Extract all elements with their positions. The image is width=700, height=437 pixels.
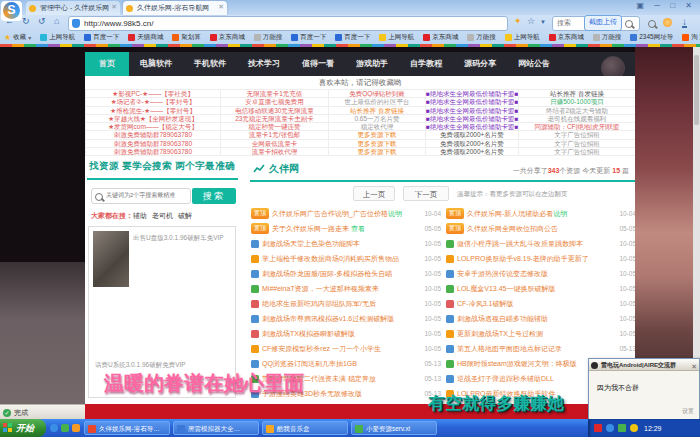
- address-bar[interactable]: http://www.98k5.cn/: [68, 16, 508, 31]
- window-controls[interactable]: ▣ ─ □ ✕: [637, 1, 696, 10]
- ad-link[interactable]: ★穿越火线★【全网秒发速现】: [86, 115, 221, 123]
- list-item[interactable]: LOLPRO换肤助手v8.19-老牌的助手更新了10-05: [446, 251, 635, 266]
- bookmark-item[interactable]: 上网导航: [40, 33, 75, 42]
- ad-link[interactable]: 免费领取2000+名片赞: [426, 140, 519, 148]
- prev-page-button[interactable]: 上一页: [353, 186, 395, 201]
- ad-link[interactable]: ■绝地求生全网最低价辅助卡盟■: [426, 115, 519, 123]
- ad-link[interactable]: 文字广告位招租: [519, 131, 635, 139]
- ad-link[interactable]: 终结者2稳定大号辅助: [519, 107, 635, 115]
- item-tail-link[interactable]: 说明: [388, 210, 402, 217]
- list-item[interactable]: 掌上端枪手修改数据商场0消耗购买所售物品10-05: [251, 251, 441, 266]
- nav-item-0[interactable]: 首页: [85, 52, 129, 76]
- favorites-menu[interactable]: ★ 收藏 ▾: [4, 33, 31, 42]
- hot-link[interactable]: 老司机: [152, 212, 173, 219]
- ad-link[interactable]: 文字广告位招租: [519, 148, 635, 156]
- popup-close-icon[interactable]: ✕: [691, 361, 697, 371]
- nav-item-5[interactable]: 游戏助手: [345, 52, 399, 76]
- tray-security-icon[interactable]: [618, 424, 626, 432]
- nav-item-8[interactable]: 网站公告: [507, 52, 561, 76]
- tab-close-icon[interactable]: ✕: [111, 3, 117, 11]
- ad-link[interactable]: 流量卡招收代理: [221, 148, 329, 156]
- list-item[interactable]: 置顶关于久伴娱乐网一路走来 查看05-05: [251, 221, 441, 236]
- history-icon[interactable]: ↺: [38, 16, 46, 26]
- list-item[interactable]: 安卓手游热浪传说变态修改版10-05: [446, 266, 635, 281]
- taskbar-window-button[interactable]: 小爱资源serv.xi: [351, 421, 437, 435]
- quick-launch-icon-1[interactable]: [50, 424, 58, 432]
- list-item[interactable]: Mi##einaT资源，一大波那种视频素来10-05: [251, 281, 441, 296]
- start-button[interactable]: 开始: [0, 419, 46, 437]
- favorite-star-icon[interactable]: ☆: [527, 16, 535, 26]
- taskbar-window-button[interactable]: 酷我音乐盒: [262, 421, 348, 435]
- site-search-input[interactable]: [104, 191, 190, 199]
- item-tail-link[interactable]: 说明: [553, 210, 567, 217]
- ad-link[interactable]: 世上最低价的社区平台: [329, 98, 426, 106]
- list-item[interactable]: 第五人格地图平面图地点标记记录05-13: [446, 341, 635, 356]
- list-item[interactable]: CF-冷风3.1破解版10-05: [446, 296, 635, 311]
- ad-link[interactable]: 23元稳定无限流量卡主副卡: [221, 115, 329, 123]
- chevron-down-icon[interactable]: ▼: [540, 19, 546, 25]
- page-scrollbar[interactable]: [693, 47, 700, 404]
- bookmark-item[interactable]: 百度一下: [291, 33, 326, 42]
- list-item[interactable]: 置顶久伴娱乐网全网收位招商公告05-05: [446, 221, 635, 236]
- bookmark-item[interactable]: 京东商城: [423, 33, 458, 42]
- list-item[interactable]: QQ浏览器订阅送刷几率抽1GB05-13: [251, 356, 441, 371]
- next-page-button[interactable]: 下一页: [403, 186, 449, 201]
- ad-link[interactable]: 更多资源下载: [329, 148, 426, 156]
- hot-link[interactable]: 破解: [178, 212, 192, 219]
- nav-item-4[interactable]: 值得一看: [291, 52, 345, 76]
- ad-link[interactable]: 免费QQ绿钻秒到账: [329, 90, 426, 98]
- ad-link[interactable]: 更多资源下载: [329, 131, 426, 139]
- quick-launch-icon-2[interactable]: [61, 424, 69, 432]
- bookmark-item[interactable]: 京东商城: [549, 33, 584, 42]
- upload-bubble-button[interactable]: 截图上传: [584, 15, 622, 31]
- tray-volume-icon[interactable]: [630, 424, 638, 432]
- ad-link[interactable]: 流量卡1元/张包邮: [221, 131, 329, 139]
- list-item[interactable]: 更新刺激战场TX上号过检测10-05: [446, 326, 635, 341]
- ad-link[interactable]: 刺激免费辅助群789063780: [86, 140, 221, 148]
- bookmark-item[interactable]: 聚划算: [172, 33, 201, 42]
- ad-link[interactable]: 电信移动联通30元无限流量: [221, 107, 329, 115]
- list-item[interactable]: 置顶久伴娱乐网-新人玩辅助必看说明10-04: [446, 206, 635, 221]
- menu-circle-icon[interactable]: [663, 18, 672, 27]
- ad-link[interactable]: 免费领取2000+名片赞: [426, 148, 519, 156]
- list-item[interactable]: 刺激战场帝尊腾讯模拟器v1.6过检测破解版10-05: [251, 311, 441, 326]
- ad-link[interactable]: ■绝地求生全网最低价辅助卡盟■: [426, 90, 519, 98]
- list-item[interactable]: 刺激战场TX模拟器瞬影破解版10-05: [251, 326, 441, 341]
- browser-tab-1[interactable]: 管理中心 - 久伴娱乐网 ✕: [26, 1, 120, 15]
- ad-link[interactable]: 文字广告位招租: [519, 140, 635, 148]
- popup-settings-link[interactable]: 设置: [682, 407, 694, 416]
- tray-sogou-icon[interactable]: [594, 424, 602, 432]
- ad-link[interactable]: ■绝地求生全网最低价辅助卡盟■: [426, 123, 519, 131]
- home-icon[interactable]: ⌂: [54, 16, 59, 26]
- ad-link[interactable]: 安卓直播七福免费用: [221, 98, 329, 106]
- ad-link[interactable]: ★影视PC-★——【零社类】: [86, 90, 221, 98]
- list-item[interactable]: 绝地求生最新吃鸡内部组队陈军/无后10-05: [251, 296, 441, 311]
- bookmark-item[interactable]: 2345网址导: [630, 33, 673, 42]
- ad-link[interactable]: 全网最低流量卡: [221, 140, 329, 148]
- bookmark-item[interactable]: 淘 宝 网: [682, 33, 700, 42]
- tray-network-icon[interactable]: [606, 424, 614, 432]
- quick-launch-icon-3[interactable]: [72, 424, 80, 432]
- list-item[interactable]: LOL魔盒V13.45一键换肤破解版10-05: [446, 281, 635, 296]
- ad-link[interactable]: 同源辅助：CF|绝地|虎牙|联盟: [519, 123, 635, 131]
- list-item[interactable]: 刺激战场透视自瞄多功能辅助10-05: [446, 311, 635, 326]
- list-item[interactable]: 微信小程序跳一跳大乱斗改质量跳数脚本10-05: [446, 236, 635, 251]
- magnifier-icon[interactable]: [648, 20, 656, 28]
- list-item[interactable]: CF修安原模型秒杀rez 一刀一个小学生10-05: [251, 341, 441, 356]
- list-item[interactable]: 刺激战场卧龙国服/国际-多模拟器枪头自瞄10-05: [251, 266, 441, 281]
- taskbar-window-button[interactable]: 久伴娱乐网-溶石导…: [84, 421, 170, 435]
- sogou-logo-icon[interactable]: S: [1, 1, 22, 21]
- nav-item-1[interactable]: 电脑软件: [129, 52, 183, 76]
- search-icon[interactable]: [625, 20, 633, 28]
- ad-link[interactable]: ★维枪泥生-★——【零封号】: [86, 107, 221, 115]
- tab-close-icon[interactable]: ✕: [218, 3, 224, 11]
- bookmark-item[interactable]: 万能搜: [467, 33, 496, 42]
- bookmark-item[interactable]: 上网导航: [505, 33, 540, 42]
- ad-link[interactable]: 稳定秒赞一键连赞: [221, 123, 329, 131]
- nav-item-3[interactable]: 技术学习: [237, 52, 291, 76]
- bookmark-item[interactable]: 百度一下: [84, 33, 119, 42]
- ad-link[interactable]: 更多资源下载: [329, 140, 426, 148]
- bookmark-item[interactable]: 万能搜: [593, 33, 622, 42]
- ad-link[interactable]: ■绝地求生全网最低价辅助卡盟■: [426, 98, 519, 106]
- site-search-box[interactable]: [91, 188, 191, 204]
